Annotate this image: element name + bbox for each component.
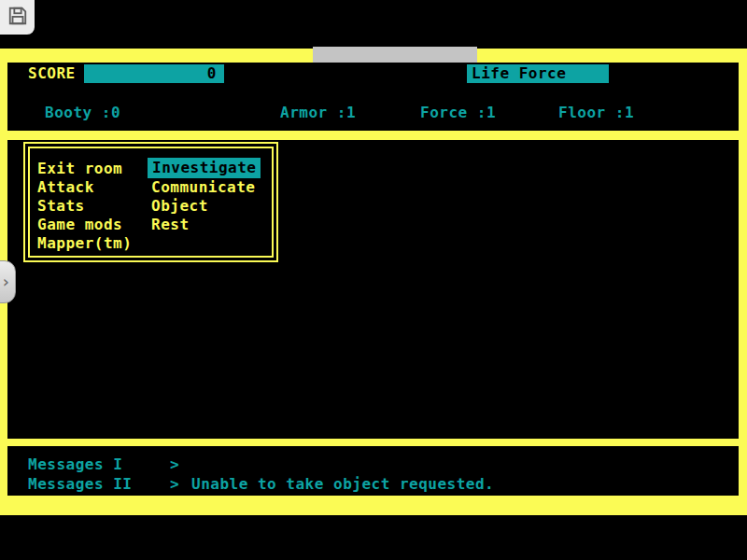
yellow-frame: ßßß Bones ßßß SCORE : 0 Life Force :100 … [0, 49, 747, 515]
stat-booty: Booty :0 [45, 104, 120, 122]
menu-item-stats[interactable]: Stats [37, 197, 85, 216]
menu-item-attack[interactable]: Attack [37, 178, 94, 197]
stat-floor: Floor :1 [558, 104, 634, 122]
life-force-value: Life Force :100 [472, 64, 566, 101]
stat-armor: Armor :1 [280, 104, 356, 122]
menu-item-mapper[interactable]: Mapper(tm) [37, 234, 132, 253]
menu-item-communicate[interactable]: Communicate [151, 178, 255, 197]
side-panel-tab[interactable]: › [0, 260, 16, 303]
messages-1-prompt: > [170, 455, 179, 474]
messages-panel: Messages I > Messages II > Unable to tak… [7, 446, 739, 496]
menu-item-rest[interactable]: Rest [151, 216, 190, 234]
save-button[interactable] [0, 0, 35, 35]
messages-2-prompt: > [170, 475, 179, 494]
messages-2-label: Messages II [28, 475, 132, 494]
score-bar: 0 [84, 64, 224, 83]
hud-panel: SCORE : 0 Life Force :100 Booty :0 Armor… [7, 63, 739, 131]
menu-item-exit-room[interactable]: Exit room [37, 160, 122, 178]
stat-force: Force :1 [420, 104, 496, 122]
score-value: 0 [207, 64, 217, 82]
menu-item-object[interactable]: Object [151, 197, 208, 216]
game-screen: ßßß Bones ßßß SCORE : 0 Life Force :100 … [0, 0, 747, 560]
game-area-panel: Exit room Attack Stats Game mods Mapper(… [7, 140, 739, 439]
chevron-right-icon: › [1, 273, 11, 290]
life-force-bar: Life Force :100 [467, 64, 609, 83]
messages-2-text: Unable to take object requested. [191, 475, 494, 494]
menu-item-investigate-selected[interactable]: Investigate [148, 158, 261, 178]
messages-1-label: Messages I [28, 455, 122, 474]
floppy-disk-icon [7, 6, 28, 30]
menu-item-game-mods[interactable]: Game mods [37, 216, 122, 234]
